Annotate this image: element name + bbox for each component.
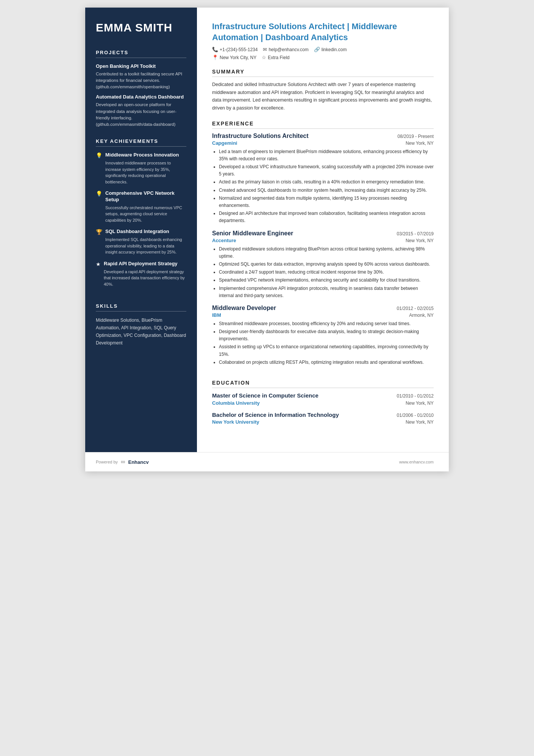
- email-value: help@enhancv.com: [269, 47, 308, 52]
- candidate-name: EMMA SMITH: [96, 21, 186, 34]
- location-icon: 📍: [212, 55, 218, 60]
- exp-sub-1: Capgemini New York, NY: [212, 140, 434, 146]
- education-title: EDUCATION: [212, 380, 434, 388]
- education-section: EDUCATION Master of Science in Computer …: [212, 380, 434, 430]
- achievement-content-4: Rapid API Deployment Strategy Developed …: [104, 261, 186, 287]
- achievement-title-4: Rapid API Deployment Strategy: [104, 261, 186, 267]
- project-item-1: Open Banking API Toolkit Contributed to …: [96, 63, 186, 91]
- bullet-3-1: Streamlined middleware processes, boosti…: [219, 320, 434, 327]
- bullet-2-2: Optimized SQL queries for data extractio…: [219, 261, 434, 268]
- exp-bullets-2: Developed middleware solutions integrati…: [212, 246, 434, 299]
- exp-dates-1: 08/2019 - Present: [398, 134, 434, 139]
- achievements-section: KEY ACHIEVEMENTS 💡 Middleware Process In…: [96, 138, 186, 293]
- bullet-2-4: Spearheaded VPC network implementations,…: [219, 277, 434, 284]
- exp-location-3: Armonk, NY: [409, 313, 434, 318]
- resume-body: EMMA SMITH PROJECTS Open Banking API Too…: [85, 8, 449, 452]
- exp-header-2: Senior Middleware Engineer 03/2015 - 07/…: [212, 230, 434, 237]
- achievement-desc-4: Developed a rapid API deployment strateg…: [104, 269, 186, 288]
- edu-school-2: New York University: [212, 419, 259, 425]
- linkedin-icon: 🔗: [314, 47, 320, 52]
- skills-text: Middleware Solutions, BluePrism Automati…: [96, 317, 186, 347]
- location-row: 📍 New York City, NY ☆ Extra Field: [212, 55, 434, 60]
- project-1-desc: Contributed to a toolkit facilitating se…: [96, 71, 186, 91]
- achievements-title: KEY ACHIEVEMENTS: [96, 138, 186, 147]
- achievement-content-1: Middleware Process Innovation Innovated …: [105, 152, 186, 185]
- exp-bullets-3: Streamlined middleware processes, boosti…: [212, 320, 434, 366]
- exp-sub-3: IBM Armonk, NY: [212, 312, 434, 318]
- exp-dates-3: 01/2012 - 02/2015: [397, 306, 434, 311]
- star-icon: ☆: [262, 55, 266, 60]
- achievement-item-3: 🏆 SQL Dashboard Integration Implemented …: [96, 229, 186, 255]
- achievement-item-2: 💡 Comprehensive VPC Network Setup Succes…: [96, 190, 186, 223]
- location-value: New York City, NY: [220, 55, 256, 60]
- experience-title: EXPERIENCE: [212, 121, 434, 129]
- footer-left: Powered by ∞ Enhancv: [96, 459, 149, 465]
- exp-header-3: Middleware Developer 01/2012 - 02/2015: [212, 305, 434, 311]
- exp-sub-2: Accenture New York, NY: [212, 238, 434, 243]
- edu-location-1: New York, NY: [406, 401, 434, 406]
- achievement-title-3: SQL Dashboard Integration: [105, 229, 186, 235]
- main-content: Infrastructure Solutions Architect | Mid…: [197, 8, 449, 452]
- edu-sub-1: Columbia University New York, NY: [212, 400, 434, 406]
- summary-section: SUMMARY Dedicated and skilled Infrastruc…: [212, 69, 434, 112]
- skills-title: SKILLS: [96, 303, 186, 311]
- bullet-3-2: Designed user-friendly dashboards for ex…: [219, 328, 434, 343]
- linkedin-contact: 🔗 linkedin.com: [314, 47, 347, 52]
- bullet-3-4: Collaborated on projects utilizing REST …: [219, 359, 434, 366]
- bullet-1-5: Normalized and segmented data from multi…: [219, 195, 434, 209]
- achievement-desc-3: Implemented SQL dashboards enhancing ope…: [105, 236, 186, 255]
- extra-value: Extra Field: [268, 55, 289, 60]
- achievement-icon-4: ★: [96, 261, 101, 287]
- exp-bullets-1: Led a team of engineers to implement Blu…: [212, 148, 434, 225]
- exp-company-2: Accenture: [212, 238, 236, 243]
- linkedin-value: linkedin.com: [322, 47, 347, 52]
- achievement-desc-2: Successfully orchestrated numerous VPC s…: [105, 205, 186, 224]
- footer-website: www.enhancv.com: [399, 460, 434, 464]
- achievement-desc-1: Innovated middleware processes to increa…: [105, 160, 186, 185]
- experience-section: EXPERIENCE Infrastructure Solutions Arch…: [212, 121, 434, 371]
- achievement-item-1: 💡 Middleware Process Innovation Innovate…: [96, 152, 186, 185]
- project-2-title: Automated Data Analytics Dashboard: [96, 94, 186, 100]
- resume-wrapper: EMMA SMITH PROJECTS Open Banking API Too…: [85, 8, 449, 471]
- summary-title: SUMMARY: [212, 69, 434, 77]
- exp-dates-2: 03/2015 - 07/2019: [397, 231, 434, 236]
- project-2-desc: Developed an open-source platform for in…: [96, 102, 186, 128]
- main-title: Infrastructure Solutions Architect | Mid…: [212, 21, 434, 43]
- bullet-1-3: Acted as the primary liaison in crisis c…: [219, 178, 434, 186]
- achievement-content-3: SQL Dashboard Integration Implemented SQ…: [105, 229, 186, 255]
- phone-contact: 📞 +1-(234)-555-1234: [212, 47, 258, 52]
- edu-sub-2: New York University New York, NY: [212, 419, 434, 425]
- bullet-1-2: Developed a robust VPC infrastructure fr…: [219, 163, 434, 178]
- projects-section: PROJECTS Open Banking API Toolkit Contri…: [96, 50, 186, 128]
- achievement-icon-1: 💡: [96, 152, 102, 185]
- achievement-title-1: Middleware Process Innovation: [105, 152, 186, 158]
- enhancv-brand: Enhancv: [128, 459, 149, 465]
- summary-text: Dedicated and skilled Infrastructure Sol…: [212, 81, 434, 112]
- edu-degree-2: Bachelor of Science in Information Techn…: [212, 411, 393, 419]
- project-1-title: Open Banking API Toolkit: [96, 63, 186, 69]
- edu-dates-1: 01/2010 - 01/2012: [397, 393, 434, 399]
- edu-location-2: New York, NY: [406, 419, 434, 425]
- bullet-1-4: Created advanced SQL dashboards to monit…: [219, 187, 434, 194]
- bullet-2-1: Developed middleware solutions integrati…: [219, 246, 434, 260]
- enhancv-infinity-icon: ∞: [121, 459, 125, 465]
- exp-location-2: New York, NY: [406, 238, 434, 243]
- edu-item-2: Bachelor of Science in Information Techn…: [212, 411, 434, 425]
- email-contact: ✉ help@enhancv.com: [263, 47, 308, 52]
- achievement-title-2: Comprehensive VPC Network Setup: [105, 190, 186, 203]
- bullet-3-3: Assisted in setting up VPCs to enhance o…: [219, 343, 434, 358]
- exp-location-1: New York, NY: [406, 141, 434, 146]
- edu-header-1: Master of Science in Computer Science 01…: [212, 392, 434, 399]
- edu-dates-2: 01/2006 - 01/2010: [397, 413, 434, 418]
- footer: Powered by ∞ Enhancv www.enhancv.com: [85, 452, 449, 471]
- exp-title-1: Infrastructure Solutions Architect: [212, 133, 309, 139]
- achievement-item-4: ★ Rapid API Deployment Strategy Develope…: [96, 261, 186, 287]
- phone-value: +1-(234)-555-1234: [220, 47, 258, 52]
- edu-degree-1: Master of Science in Computer Science: [212, 392, 393, 399]
- edu-item-1: Master of Science in Computer Science 01…: [212, 392, 434, 406]
- project-item-2: Automated Data Analytics Dashboard Devel…: [96, 94, 186, 128]
- achievement-icon-3: 🏆: [96, 229, 102, 255]
- extra-contact: ☆ Extra Field: [262, 55, 289, 60]
- exp-title-2: Senior Middleware Engineer: [212, 230, 293, 237]
- achievement-content-2: Comprehensive VPC Network Setup Successf…: [105, 190, 186, 223]
